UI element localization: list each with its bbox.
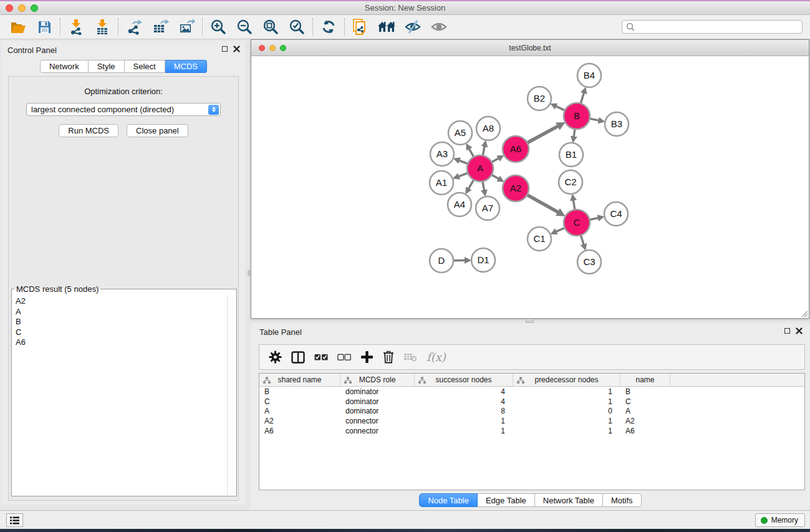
import-table-icon[interactable] [89,16,115,37]
cell-name[interactable]: A2 [620,417,670,425]
show-eye-icon[interactable] [426,16,452,37]
delete-row-icon[interactable] [383,351,394,364]
float-table-panel-icon[interactable] [784,328,790,334]
cell-name[interactable]: B [620,387,670,396]
cell-name[interactable]: A6 [620,427,670,435]
cell-successor-nodes[interactable]: 1 [415,427,513,435]
tab-select[interactable]: Select [125,60,165,73]
tab-network-table[interactable]: Network Table [535,493,603,507]
cell-shared-name[interactable]: A2 [259,417,340,425]
memory-button[interactable]: Memory [755,513,805,527]
edge-A-A5[interactable] [469,148,474,157]
table-row[interactable]: Adominator80A [259,407,804,417]
result-item[interactable]: C [16,327,223,338]
cell-successor-nodes[interactable]: 4 [415,397,513,406]
table-row[interactable]: Bdominator41B [259,387,804,397]
close-panel-icon[interactable] [233,46,240,52]
zoom-out-icon[interactable] [231,16,258,37]
edge-A-A2[interactable] [491,175,499,179]
column-header-MCDS-role[interactable]: MCDS role [340,374,415,386]
add-row-icon[interactable] [360,351,374,364]
result-scrollbar[interactable] [227,295,236,495]
column-icon[interactable] [291,351,305,364]
result-item[interactable]: A [16,307,223,317]
export-image-icon[interactable] [173,16,200,37]
cell-predecessor-nodes[interactable]: 1 [513,387,620,396]
criterion-select[interactable]: largest connected component (directed) [26,103,221,116]
edge-A-A6[interactable] [491,158,499,162]
edge-A-A4[interactable] [468,180,474,189]
cell-MCDS-role[interactable]: connector [340,417,415,425]
save-session-icon[interactable] [31,16,57,37]
column-header-successor-nodes[interactable]: successor nodes [415,374,513,386]
settings-gear-icon[interactable] [269,351,282,364]
column-header-shared-name[interactable]: shared name [259,374,340,386]
edge-A-A1[interactable] [458,173,468,177]
table-row[interactable]: A6connector11A6 [259,426,804,436]
float-panel-icon[interactable] [222,46,228,52]
cell-predecessor-nodes[interactable]: 0 [513,407,620,415]
cell-successor-nodes[interactable]: 8 [415,407,513,415]
network-window-titlebar[interactable]: testGlobe.txt [251,40,809,56]
cell-predecessor-nodes[interactable]: 1 [513,417,620,425]
tab-mcds[interactable]: MCDS [165,60,207,73]
hide-selected-eye-icon[interactable] [400,16,426,37]
zoom-in-icon[interactable] [205,16,231,37]
edge-B-B2[interactable] [555,106,565,110]
edge-A-A7[interactable] [483,181,485,191]
edge-B-B4[interactable] [581,92,584,104]
close-table-panel-icon[interactable] [796,327,803,334]
cell-name[interactable]: A [620,407,670,415]
network-file-icon[interactable] [347,16,374,37]
cell-MCDS-role[interactable]: dominator [340,397,415,406]
edge-B-B1[interactable] [574,129,575,138]
edge-A2-C[interactable] [527,195,559,213]
edge-A-A3[interactable] [458,160,468,164]
edge-C-C1[interactable] [556,228,565,232]
edge-A-A8[interactable] [483,145,485,155]
refresh-icon[interactable] [316,16,342,37]
node-table[interactable]: shared nameMCDS rolesuccessor nodesprede… [259,373,805,490]
open-session-icon[interactable] [5,16,31,37]
run-mcds-button[interactable]: Run MCDS [59,124,118,137]
tab-network[interactable]: Network [40,60,89,73]
deselect-all-icon[interactable] [337,353,351,362]
cell-shared-name[interactable]: A [259,407,340,415]
edge-C-C3[interactable] [581,235,584,245]
cell-predecessor-nodes[interactable]: 1 [513,397,620,406]
result-item[interactable]: A2 [16,296,223,307]
cell-successor-nodes[interactable]: 4 [415,387,513,396]
edge-A6-B[interactable] [528,126,559,143]
home-icon[interactable] [374,16,400,37]
cell-predecessor-nodes[interactable]: 1 [513,427,620,435]
export-network-icon[interactable] [121,16,147,37]
cell-name[interactable]: C [620,397,670,406]
cell-MCDS-role[interactable]: connector [340,427,415,435]
cell-MCDS-role[interactable]: dominator [340,407,415,415]
zoom-fit-icon[interactable] [258,16,284,37]
table-row[interactable]: A2connector11A2 [259,416,804,426]
edge-C-C2[interactable] [573,200,575,210]
cell-shared-name[interactable]: C [259,397,340,406]
table-row[interactable]: Cdominator41C [259,397,804,407]
network-canvas[interactable]: B4B2BB3A8A5A6A3B1AA1C2A2A4A7C4CC1C3DD1 [251,56,809,318]
zoom-selected-icon[interactable] [284,16,310,37]
column-header-name[interactable]: name [620,374,670,386]
cell-MCDS-role[interactable]: dominator [340,387,415,396]
import-network-icon[interactable] [63,16,89,37]
search-input[interactable] [622,20,803,34]
result-item[interactable]: A6 [16,337,223,348]
tab-edge-table[interactable]: Edge Table [478,493,535,507]
tab-style[interactable]: Style [89,60,125,73]
result-item[interactable]: B [16,317,223,327]
select-all-icon[interactable] [314,353,328,362]
tab-node-table[interactable]: Node Table [419,493,478,507]
cell-successor-nodes[interactable]: 1 [415,417,513,425]
export-table-icon[interactable] [147,16,173,37]
cell-shared-name[interactable]: A6 [259,427,340,435]
cell-shared-name[interactable]: B [259,387,340,396]
edge-C-C4[interactable] [590,218,599,220]
column-header-predecessor-nodes[interactable]: predecessor nodes [513,374,620,386]
task-list-button[interactable] [6,513,23,527]
tab-motifs[interactable]: Motifs [603,493,642,507]
